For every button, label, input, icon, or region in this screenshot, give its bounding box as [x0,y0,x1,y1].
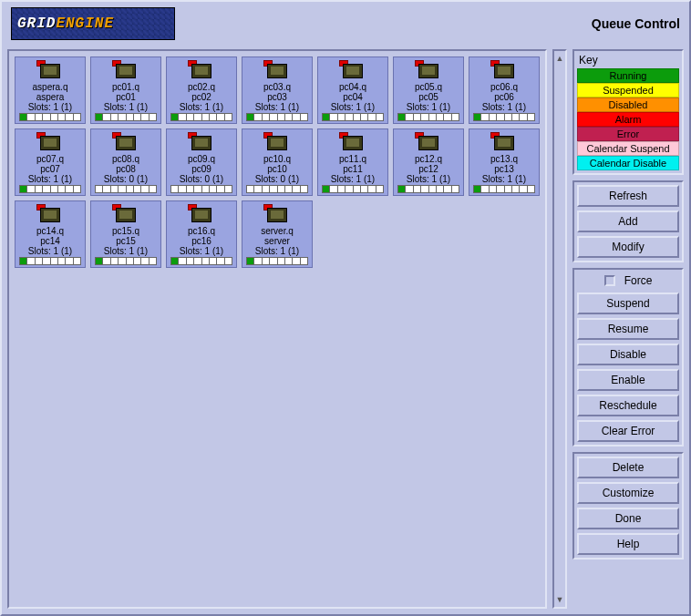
queue-name: pc13.q [490,154,518,164]
queue-name: pc05.q [415,82,442,92]
host-name: pc06 [494,92,514,102]
computer-icon [490,132,518,152]
queue-pc06[interactable]: pc06.qpc06Slots: 1 (1) [469,56,540,124]
computer-icon [339,60,366,80]
queue-name: pc06.q [490,82,518,92]
slots-label: Slots: 1 (1) [255,246,299,256]
scroll-down-icon[interactable]: ▼ [554,592,565,607]
queue-pc11[interactable]: pc11.qpc11Slots: 1 (1) [317,128,388,196]
queue-name: pc03.q [263,82,291,92]
queue-name: pc11.q [339,154,366,164]
queue-name: server.q [261,226,294,236]
host-name: pc03 [267,92,287,102]
slots-label: Slots: 1 (1) [255,102,299,112]
computer-icon [415,132,442,152]
key-panel: Key RunningSuspendedDisabledAlarmErrorCa… [572,49,684,175]
queue-pc12[interactable]: pc12.qpc12Slots: 1 (1) [393,128,464,196]
slots-label: Slots: 1 (1) [180,246,223,256]
enable-button[interactable]: Enable [577,369,679,391]
gridengine-logo: GRID ENGINE [11,7,175,40]
queue-name: pc07.q [36,154,64,164]
queue-pc08[interactable]: pc08.qpc08Slots: 0 (1) [90,128,161,196]
slot-bar [322,185,384,193]
slots-label: Slots: 1 (1) [331,174,375,184]
queue-pc10[interactable]: pc10.qpc10Slots: 0 (1) [242,128,313,196]
slot-bar [19,113,81,121]
queue-name: pc12.q [415,154,442,164]
host-name: pc02 [191,92,211,102]
slots-label: Slots: 1 (1) [407,174,450,184]
queue-pc16[interactable]: pc16.qpc16Slots: 1 (1) [166,200,237,268]
computer-icon [112,204,139,224]
slots-label: Slots: 1 (1) [104,246,148,256]
suspend-button[interactable]: Suspend [577,293,679,314]
slots-label: Slots: 1 (1) [28,102,72,112]
computer-icon [112,60,139,80]
done-button[interactable]: Done [577,508,679,529]
slot-bar [95,113,157,121]
refresh-button[interactable]: Refresh [577,185,679,207]
queue-pc05[interactable]: pc05.qpc05Slots: 1 (1) [393,56,464,124]
queue-pc07[interactable]: pc07.qpc07Slots: 1 (1) [15,128,86,196]
slots-label: Slots: 0 (1) [104,174,148,184]
body: aspera.qasperaSlots: 1 (1)pc01.qpc01Slot… [2,46,689,614]
resume-button[interactable]: Resume [577,318,679,340]
host-name: pc09 [191,164,211,174]
queue-pc13[interactable]: pc13.qpc13Slots: 1 (1) [469,128,540,196]
queue-name: pc14.q [36,226,64,236]
slot-bar [19,185,81,193]
key-item-running: Running [577,68,679,83]
queue-pc02[interactable]: pc02.qpc02Slots: 1 (1) [166,56,237,124]
slot-bar [170,113,232,121]
host-name: pc13 [494,164,514,174]
force-label: Force [624,274,653,287]
reschedule-button[interactable]: Reschedule [577,395,679,416]
customize-button[interactable]: Customize [577,482,679,504]
host-name: pc10 [267,164,287,174]
clear-error-button[interactable]: Clear Error [577,420,679,442]
disable-button[interactable]: Disable [577,344,679,365]
queue-name: pc09.q [188,154,215,164]
add-button[interactable]: Add [577,210,679,232]
button-group-mid: Force SuspendResumeDisableEnableReschedu… [572,268,684,447]
key-item-alarm: Alarm [577,112,679,127]
queue-grid-panel: aspera.qasperaSlots: 1 (1)pc01.qpc01Slot… [7,49,547,609]
button-group-bot: DeleteCustomizeDoneHelp [572,452,684,560]
queue-name: aspera.q [33,82,68,92]
key-item-error: Error [577,127,679,141]
host-name: pc05 [418,92,438,102]
host-name: pc12 [418,164,438,174]
force-checkbox[interactable] [604,275,615,286]
queue-pc04[interactable]: pc04.qpc04Slots: 1 (1) [317,56,388,124]
queue-aspera[interactable]: aspera.qasperaSlots: 1 (1) [15,56,86,124]
page-title: Queue Control [592,16,680,31]
queue-pc15[interactable]: pc15.qpc15Slots: 1 (1) [90,200,161,268]
slots-label: Slots: 1 (1) [180,102,223,112]
key-item-suspended: Suspended [577,83,679,98]
slots-label: Slots: 1 (1) [482,102,526,112]
delete-button[interactable]: Delete [577,457,679,478]
host-name: pc04 [343,92,363,102]
queue-name: pc16.q [188,226,215,236]
vertical-scrollbar[interactable]: ▲ ▼ [552,49,567,609]
help-button[interactable]: Help [577,533,679,555]
slots-label: Slots: 1 (1) [482,174,526,184]
host-name: pc07 [40,164,60,174]
queue-pc09[interactable]: pc09.qpc09Slots: 0 (1) [166,128,237,196]
key-title: Key [577,54,679,68]
queue-pc14[interactable]: pc14.qpc14Slots: 1 (1) [15,200,86,268]
queue-server[interactable]: server.qserverSlots: 1 (1) [242,200,313,268]
slots-label: Slots: 1 (1) [331,102,375,112]
slot-bar [95,185,157,193]
queue-name: pc04.q [339,82,366,92]
queue-pc01[interactable]: pc01.qpc01Slots: 1 (1) [90,56,161,124]
slots-label: Slots: 0 (1) [255,174,299,184]
computer-icon [263,132,291,152]
queue-name: pc08.q [112,154,139,164]
queue-pc03[interactable]: pc03.qpc03Slots: 1 (1) [242,56,313,124]
scroll-up-icon[interactable]: ▲ [554,51,565,66]
host-name: pc01 [116,92,136,102]
key-item-calendar-suspend: Calendar Suspend [577,141,679,156]
slots-label: Slots: 1 (1) [407,102,450,112]
modify-button[interactable]: Modify [577,236,679,258]
